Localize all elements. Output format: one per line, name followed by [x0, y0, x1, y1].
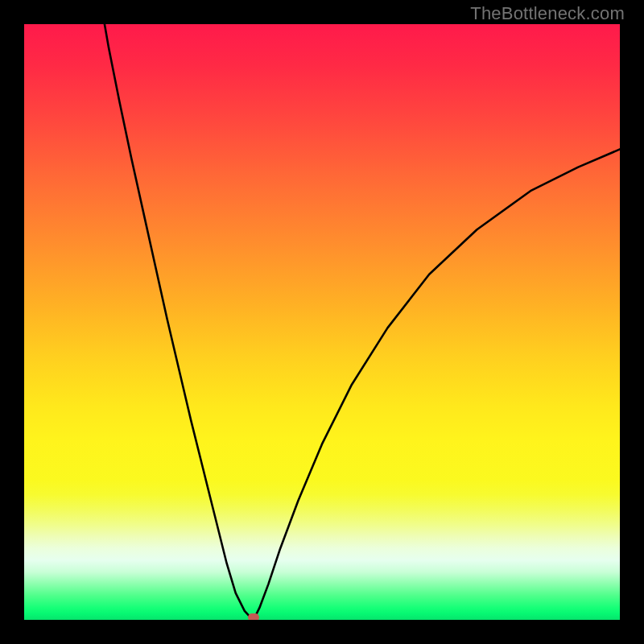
bottleneck-curve — [24, 24, 620, 620]
minimum-marker — [248, 613, 259, 620]
curve-left-branch — [105, 24, 254, 620]
chart-frame: TheBottleneck.com — [0, 0, 644, 644]
curve-right-branch — [254, 149, 620, 620]
plot-area — [24, 24, 620, 620]
watermark-text: TheBottleneck.com — [470, 3, 625, 24]
